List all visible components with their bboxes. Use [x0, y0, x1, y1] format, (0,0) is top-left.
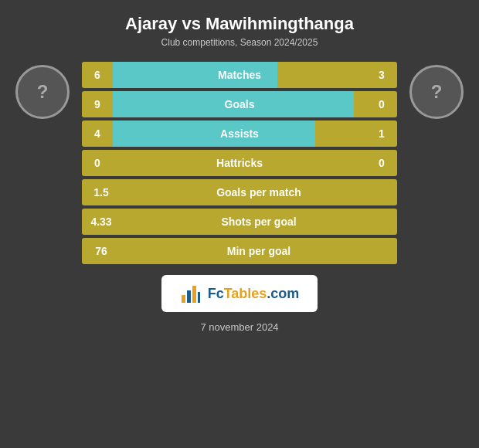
- logo-area: FcTables.com: [0, 275, 479, 312]
- header: Ajaray vs Mawihmingthanga Club competiti…: [110, 0, 369, 54]
- stat-row-goals-per-match: 1.5Goals per match: [82, 179, 397, 205]
- stat-label-goals: Goals: [113, 98, 366, 110]
- logo-fc: Fc: [208, 286, 224, 301]
- subtitle: Club competitions, Season 2024/2025: [125, 37, 354, 48]
- left-avatar-placeholder: ?: [37, 81, 49, 103]
- right-avatar-placeholder: ?: [431, 81, 443, 103]
- left-avatar-circle: ?: [15, 65, 70, 119]
- date-label: 7 november 2024: [200, 321, 278, 333]
- stat-left-matches: 6: [82, 62, 113, 88]
- stat-left-goals: 9: [82, 91, 113, 117]
- stat-label-assists: Assists: [113, 127, 366, 140]
- logo-com: .com: [267, 286, 299, 301]
- page-title: Ajaray vs Mawihmingthanga: [125, 14, 354, 34]
- stat-left-shots-per-goal: 4.33: [82, 209, 121, 235]
- stat-label-hattricks: Hattricks: [113, 157, 366, 169]
- stats-section: 6Matches39Goals04Assists10Hattricks01.5G…: [82, 62, 397, 264]
- stat-bar-goals: Goals: [113, 91, 366, 117]
- stat-row-min-per-goal: 76Min per goal: [82, 238, 397, 264]
- stat-bar-shots-per-goal: Shots per goal: [121, 209, 397, 235]
- stat-left-min-per-goal: 76: [82, 238, 121, 264]
- stat-bar-matches: Matches: [113, 62, 366, 88]
- logo-tables: Tables: [224, 286, 267, 301]
- stat-row-goals: 9Goals0: [82, 91, 397, 117]
- stat-left-hattricks: 0: [82, 150, 113, 176]
- stat-label-matches: Matches: [113, 69, 366, 81]
- logo-text: FcTables.com: [208, 286, 300, 302]
- svg-rect-1: [187, 290, 191, 303]
- main-content: ? 6Matches39Goals04Assists10Hattricks01.…: [0, 54, 479, 264]
- svg-rect-3: [198, 292, 200, 303]
- stat-row-shots-per-goal: 4.33Shots per goal: [82, 209, 397, 235]
- stat-bar-goals-per-match: Goals per match: [121, 179, 397, 205]
- stat-left-assists: 4: [82, 120, 113, 147]
- right-avatar: ?: [402, 62, 471, 119]
- stat-right-goals: 0: [366, 91, 397, 117]
- stat-right-hattricks: 0: [366, 150, 397, 176]
- stat-row-assists: 4Assists1: [82, 120, 397, 147]
- stat-bar-assists: Assists: [113, 120, 366, 147]
- svg-rect-2: [192, 286, 196, 303]
- left-avatar: ?: [8, 62, 77, 119]
- stat-label-goals-per-match: Goals per match: [121, 186, 397, 199]
- stat-row-hattricks: 0Hattricks0: [82, 150, 397, 176]
- stat-right-matches: 3: [366, 62, 397, 88]
- stat-label-min-per-goal: Min per goal: [121, 245, 397, 257]
- stat-bar-min-per-goal: Min per goal: [121, 238, 397, 264]
- stat-bar-hattricks: Hattricks: [113, 150, 366, 176]
- stat-label-shots-per-goal: Shots per goal: [121, 216, 397, 228]
- svg-rect-0: [182, 295, 185, 303]
- logo-box: FcTables.com: [161, 275, 318, 312]
- stat-right-assists: 1: [366, 120, 397, 147]
- stat-left-goals-per-match: 1.5: [82, 179, 121, 205]
- date-footer: 7 november 2024: [200, 321, 278, 333]
- stat-row-matches: 6Matches3: [82, 62, 397, 88]
- right-avatar-circle: ?: [409, 65, 464, 119]
- fctables-icon: [180, 283, 202, 304]
